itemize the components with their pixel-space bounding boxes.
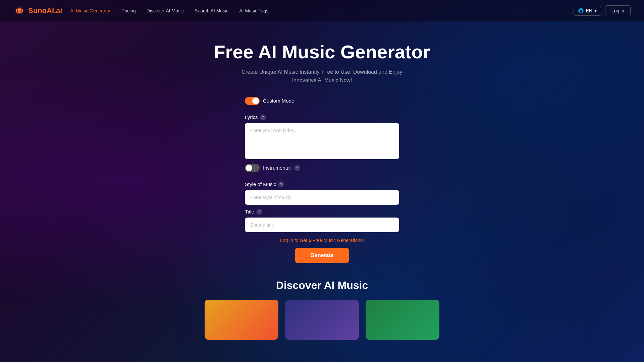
- style-label-row: Style of Music ?: [245, 181, 399, 187]
- main-content: Free AI Music Generator Create Unique AI…: [0, 21, 644, 353]
- title-help-icon[interactable]: ?: [256, 209, 262, 215]
- svg-point-2: [18, 9, 21, 12]
- title-label-row: Title ?: [245, 209, 399, 215]
- toggle-track: [245, 97, 260, 105]
- title-input[interactable]: [245, 218, 399, 232]
- music-card-1[interactable]: [205, 300, 278, 340]
- lyrics-label-row: Lyrics ?: [245, 114, 399, 120]
- custom-mode-row: Custom Mode: [245, 97, 399, 105]
- title-label: Title: [245, 209, 254, 215]
- music-cards: [7, 300, 637, 340]
- promo-text: Log In to Get 5 Free Music Generations!: [245, 238, 399, 243]
- instrumental-toggle-track: [245, 164, 260, 172]
- lyrics-input[interactable]: [245, 123, 399, 159]
- nav-left: SunoAI.ai AI Music Generator Pricing Dis…: [13, 5, 268, 17]
- nav-link-search[interactable]: Search AI Music: [195, 8, 228, 13]
- logo-area[interactable]: SunoAI.ai: [13, 5, 62, 17]
- style-input[interactable]: [245, 190, 399, 205]
- discover-title: Discover AI Music: [7, 279, 637, 292]
- lang-label: EN: [586, 8, 592, 13]
- lyrics-label: Lyrics: [245, 114, 258, 120]
- instrumental-toggle[interactable]: [245, 164, 260, 172]
- logo-icon: [13, 5, 25, 17]
- generate-button[interactable]: Generate: [295, 248, 349, 263]
- music-form: Custom Mode Lyrics ? Instrumental ?: [245, 97, 399, 263]
- chevron-down-icon: ▾: [594, 8, 597, 13]
- page-subtitle: Create Unique AI Music Instantly, Free t…: [241, 68, 402, 85]
- globe-icon: 🌐: [578, 8, 584, 13]
- language-button[interactable]: 🌐 EN ▾: [574, 6, 601, 16]
- instrumental-help-icon[interactable]: ?: [294, 165, 300, 171]
- promo-login-link[interactable]: Log In to Get: [280, 238, 309, 243]
- instrumental-row: Instrumental ?: [245, 164, 399, 172]
- lyrics-help-icon[interactable]: ?: [260, 114, 266, 120]
- page-title: Free AI Music Generator: [214, 42, 430, 62]
- nav-link-discover[interactable]: Discover AI Music: [147, 8, 184, 13]
- toggle-knob: [252, 98, 259, 104]
- custom-mode-toggle[interactable]: [245, 97, 260, 105]
- nav-link-tags[interactable]: AI Music Tags: [239, 8, 268, 13]
- style-label: Style of Music: [245, 181, 276, 187]
- instrumental-label: Instrumental: [263, 165, 291, 171]
- promo-suffix: Free Music Generations!: [311, 238, 364, 243]
- nav-links: AI Music Generator Pricing Discover AI M…: [70, 8, 268, 13]
- discover-section: Discover AI Music: [7, 279, 637, 340]
- custom-mode-label: Custom Mode: [263, 98, 294, 104]
- music-card-3[interactable]: [366, 300, 439, 340]
- style-help-icon[interactable]: ?: [278, 181, 284, 187]
- instrumental-toggle-knob: [246, 165, 252, 171]
- login-button[interactable]: Log in: [605, 5, 631, 16]
- promo-count: 5: [309, 238, 311, 243]
- navbar: SunoAI.ai AI Music Generator Pricing Dis…: [0, 0, 644, 21]
- nav-right: 🌐 EN ▾ Log in: [574, 5, 631, 16]
- music-card-2[interactable]: [285, 300, 359, 340]
- logo-text: SunoAI.ai: [28, 6, 62, 15]
- nav-link-ai-music-generator[interactable]: AI Music Generator: [70, 8, 111, 13]
- nav-link-pricing[interactable]: Pricing: [121, 8, 136, 13]
